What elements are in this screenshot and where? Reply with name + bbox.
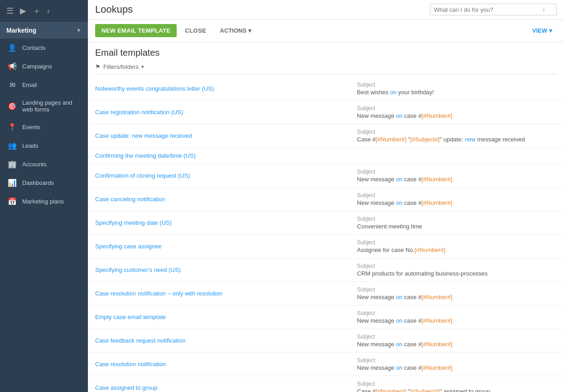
- search-box[interactable]: ›: [430, 4, 557, 15]
- email-icon: ✉: [8, 81, 17, 89]
- campaigns-icon: 📢: [8, 62, 17, 71]
- subject-value: CRM products for automating business-pro…: [357, 270, 557, 277]
- sidebar-item-accounts[interactable]: 🏢 Accounts: [0, 155, 88, 174]
- play-icon[interactable]: ▶: [20, 6, 26, 16]
- main-content: Lookups › NEW EMAIL TEMPLATE CLOSE ACTIO…: [88, 0, 564, 392]
- subject-label: Subject: [357, 286, 557, 293]
- subject-value: Case #[#Number#] "[#Subject#]" update: n…: [357, 136, 557, 143]
- table-row: Case resolution notification – only with…: [88, 282, 564, 305]
- subject-value: New message on case #[#Number#]: [357, 294, 557, 300]
- sidebar-item-leads-label: Leads: [22, 142, 38, 149]
- sidebar-item-dashboards[interactable]: 📊 Dashboards: [0, 174, 88, 192]
- sidebar-item-contacts-label: Contacts: [22, 44, 45, 51]
- actions-button[interactable]: ACTIONS ▾: [215, 24, 257, 37]
- add-icon[interactable]: ＋: [33, 5, 41, 16]
- sidebar-item-email-label: Email: [22, 82, 37, 88]
- back-icon[interactable]: ‹: [47, 6, 50, 16]
- sidebar-marketing-section[interactable]: Marketing ▼: [0, 22, 88, 39]
- subject-label: Subject: [357, 169, 557, 175]
- table-row: Confirming the meeting date/time (US): [88, 148, 564, 164]
- template-name-link[interactable]: Case update: new message received: [95, 132, 192, 139]
- template-name-link[interactable]: Case resolution notification: [95, 361, 166, 368]
- table-row: Case registration notification (US)Subje…: [88, 101, 564, 124]
- filters-label: Filters/folders: [103, 63, 139, 70]
- actions-label: ACTIONS: [220, 27, 247, 34]
- topbar: Lookups ›: [88, 0, 564, 19]
- sidebar-item-marketing-plans[interactable]: 📅 Marketing plans: [0, 192, 88, 211]
- accounts-icon: 🏢: [8, 160, 17, 169]
- table-row: Specifying meeting date (US)SubjectConve…: [88, 211, 564, 235]
- table-row: Case feedback request notificationSubjec…: [88, 329, 564, 353]
- sidebar-top-bar: ☰ ▶ ＋ ‹: [0, 0, 88, 22]
- template-name-link[interactable]: Specifying meeting date (US): [95, 219, 172, 226]
- table-row: Case assigned to groupSubjectCase #[#Num…: [88, 376, 564, 392]
- toolbar: NEW EMAIL TEMPLATE CLOSE ACTIONS ▾ VIEW …: [88, 19, 564, 42]
- subject-value: New message on case #[#Number#]: [357, 199, 557, 206]
- new-email-template-button[interactable]: NEW EMAIL TEMPLATE: [95, 24, 177, 37]
- template-name-link[interactable]: Case feedback request notification: [95, 337, 185, 344]
- marketing-plans-icon: 📅: [8, 197, 17, 206]
- subject-label: Subject: [357, 105, 557, 111]
- chevron-down-icon: ▼: [76, 27, 82, 34]
- dashboards-icon: 📊: [8, 179, 17, 187]
- subject-value: Assignee for case No.[#Number#]: [357, 247, 557, 253]
- sidebar-item-dashboards-label: Dashboards: [22, 179, 54, 186]
- template-name-link[interactable]: Specifying case assignee: [95, 243, 162, 250]
- template-name-link[interactable]: Empty case email template: [95, 314, 166, 320]
- leads-icon: 👥: [8, 141, 17, 150]
- subject-label: Subject: [357, 129, 557, 135]
- filter-icon: ⚑: [95, 63, 101, 70]
- landing-pages-icon: 🎯: [8, 102, 17, 111]
- table-row: Confirmation of closing request (US)Subj…: [88, 164, 564, 188]
- subject-value: Best wishes on your birthday!: [357, 89, 557, 96]
- template-name-link[interactable]: Noteworthy events congratulations letter…: [95, 85, 214, 92]
- filters-bar[interactable]: ⚑ Filters/folders ▾: [95, 62, 557, 74]
- subject-value: New message on case #[#Number#]: [357, 364, 557, 371]
- template-name-link[interactable]: Case registration notification (US): [95, 109, 183, 116]
- view-button[interactable]: VIEW ▾: [528, 24, 557, 37]
- subject-value: Case #[#Number#] "[#Subject#]" assigned …: [357, 388, 557, 392]
- sidebar-item-leads[interactable]: 👥 Leads: [0, 136, 88, 155]
- sidebar-item-campaigns-label: Campaigns: [22, 63, 52, 70]
- sidebar-item-landing-pages-label: Landing pages and web forms: [22, 99, 82, 113]
- subject-label: Subject: [357, 357, 557, 363]
- contacts-icon: 👤: [8, 44, 17, 52]
- search-input[interactable]: [434, 6, 543, 13]
- template-name-link[interactable]: Confirmation of closing request (US): [95, 172, 190, 179]
- table-row: Empty case email templateSubjectNew mess…: [88, 305, 564, 329]
- template-name-link[interactable]: Case resolution notification – only with…: [95, 290, 222, 297]
- template-name-link[interactable]: Confirming the meeting date/time (US): [95, 152, 196, 159]
- table-row: Case update: new message receivedSubject…: [88, 124, 564, 148]
- template-name-link[interactable]: Specifying customer's need (US): [95, 266, 181, 273]
- sidebar-nav: 👤 Contacts 📢 Campaigns ✉ Email 🎯 Landing…: [0, 39, 88, 392]
- view-label: VIEW: [532, 27, 547, 34]
- sidebar: ☰ ▶ ＋ ‹ Marketing ▼ 👤 Contacts 📢 Campaig…: [0, 0, 88, 392]
- filters-chevron-icon: ▾: [141, 64, 144, 70]
- sidebar-item-accounts-label: Accounts: [22, 161, 46, 168]
- table-row: Specifying case assigneeSubjectAssignee …: [88, 235, 564, 258]
- sidebar-item-events[interactable]: 📍 Events: [0, 118, 88, 136]
- close-button[interactable]: CLOSE: [179, 24, 212, 37]
- page-title: Lookups: [95, 4, 425, 15]
- sidebar-item-marketing-plans-label: Marketing plans: [22, 198, 64, 205]
- subject-label: Subject: [357, 216, 557, 222]
- subject-label: Subject: [357, 310, 557, 316]
- subject-label: Subject: [357, 334, 557, 340]
- subject-value: New message on case #[#Number#]: [357, 317, 557, 324]
- templates-table: Noteworthy events congratulations letter…: [88, 77, 564, 392]
- events-icon: 📍: [8, 123, 17, 131]
- table-row: Case canceling notificationSubjectNew me…: [88, 188, 564, 211]
- content-header: Email templates ⚑ Filters/folders ▾: [88, 42, 564, 77]
- hamburger-icon[interactable]: ☰: [6, 6, 14, 16]
- content-title: Email templates: [95, 48, 557, 58]
- sidebar-item-email[interactable]: ✉ Email: [0, 76, 88, 94]
- template-name-link[interactable]: Case canceling notification: [95, 196, 165, 203]
- sidebar-item-campaigns[interactable]: 📢 Campaigns: [0, 57, 88, 76]
- view-chevron-icon: ▾: [549, 27, 552, 34]
- sidebar-marketing-label: Marketing: [6, 27, 36, 34]
- sidebar-item-contacts[interactable]: 👤 Contacts: [0, 39, 88, 57]
- actions-chevron-icon: ▾: [248, 27, 251, 34]
- table-row: Noteworthy events congratulations letter…: [88, 77, 564, 101]
- sidebar-item-landing-pages[interactable]: 🎯 Landing pages and web forms: [0, 94, 88, 118]
- template-name-link[interactable]: Case assigned to group: [95, 384, 157, 391]
